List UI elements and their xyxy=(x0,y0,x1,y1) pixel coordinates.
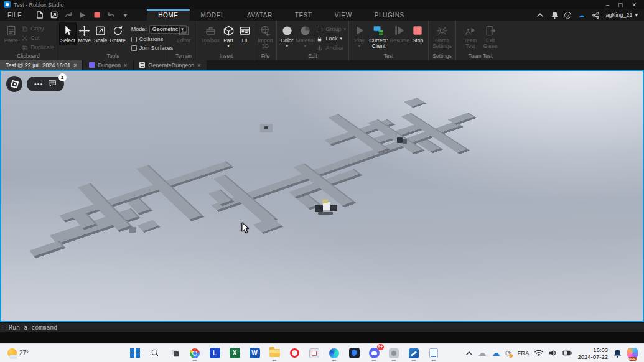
ui-button[interactable]: UI xyxy=(237,22,252,45)
maximize-button[interactable]: ▢ xyxy=(618,2,623,8)
discord-icon[interactable]: 9+ xyxy=(366,346,381,361)
language-indicator[interactable]: FRA xyxy=(517,350,529,356)
game-settings-button[interactable]: Game Settings xyxy=(431,22,453,50)
doc-tab-dungeon[interactable]: Dungeon × xyxy=(83,60,133,70)
lock-caret-icon[interactable]: ▾ xyxy=(340,37,342,40)
notifications-bell-icon[interactable] xyxy=(550,11,559,19)
lock-button[interactable]: Lock ▾ xyxy=(315,35,346,42)
file-menu[interactable]: FILE xyxy=(0,9,29,21)
collapse-ribbon-icon[interactable] xyxy=(536,11,544,19)
part-caret-icon[interactable]: ▾ xyxy=(227,44,230,48)
play-caret-icon[interactable]: ▾ xyxy=(358,44,361,48)
tab-home[interactable]: HOME xyxy=(147,9,189,21)
task-view-button[interactable] xyxy=(167,346,182,361)
save-icon[interactable] xyxy=(35,11,44,19)
terrain-editor-button[interactable]: Editor xyxy=(174,22,193,45)
publish-icon[interactable] xyxy=(50,11,58,19)
opera-icon[interactable] xyxy=(287,346,302,361)
account-menu[interactable]: agKing_21 ▾ xyxy=(605,12,638,18)
minimize-button[interactable]: – xyxy=(606,2,609,8)
tab-plugins[interactable]: PLUGINS xyxy=(363,9,416,21)
tab-avatar[interactable]: AVATAR xyxy=(236,9,284,21)
team-test-button[interactable]: Team Test xyxy=(461,22,480,50)
tab-test[interactable]: TEST xyxy=(284,9,324,21)
doc-tab-close-icon[interactable]: × xyxy=(73,62,77,68)
security-shield-app-icon[interactable] xyxy=(347,346,362,361)
help-icon[interactable]: ? xyxy=(564,12,571,19)
select-tool-button[interactable]: Select xyxy=(60,22,76,45)
notepad-icon[interactable] xyxy=(426,346,441,361)
share-icon[interactable] xyxy=(591,11,600,19)
join-surfaces-checkbox[interactable] xyxy=(131,45,137,51)
doc-tab-generatedungeon[interactable]: GenerateDungeon × xyxy=(134,60,206,70)
tray-expand-chevron-icon[interactable] xyxy=(466,351,472,355)
notification-bell-icon[interactable] xyxy=(614,349,622,358)
stop-icon[interactable] xyxy=(93,11,101,19)
doc-tab-test-session[interactable]: Test @ 22 juil. 2024 16:01 × xyxy=(0,60,82,70)
exit-game-button[interactable]: Exit Game xyxy=(481,22,500,50)
duplicate-button[interactable]: Duplicate xyxy=(21,44,54,51)
color-caret-icon[interactable]: ▾ xyxy=(286,44,288,48)
toolbox-button[interactable]: Toolbox xyxy=(201,22,220,45)
undo-icon[interactable] xyxy=(107,11,115,19)
cloud-blue-icon[interactable]: ☁ xyxy=(492,348,500,358)
cloud-sync-icon[interactable]: ☁ xyxy=(577,11,586,19)
word-icon[interactable]: W xyxy=(247,346,262,361)
scale-tool-button[interactable]: Scale xyxy=(93,22,108,45)
resume-button[interactable]: Resume xyxy=(390,22,409,45)
tab-view[interactable]: VIEW xyxy=(324,9,363,21)
group-caret-icon[interactable]: ▾ xyxy=(343,27,346,31)
snip-tool-icon[interactable] xyxy=(307,346,322,361)
doc-tab-close-icon[interactable]: × xyxy=(124,62,127,68)
roblox-studio-taskbar-icon[interactable] xyxy=(406,346,421,361)
hud-more-icon[interactable]: ••• xyxy=(34,81,44,87)
rotate-tool-button[interactable]: Rotate xyxy=(110,22,126,45)
stop-button[interactable]: Stop xyxy=(410,22,426,45)
onedrive-cloud-icon[interactable]: ☁ xyxy=(478,348,486,358)
import-3d-button[interactable]: Import 3D xyxy=(257,22,274,50)
copilot-icon[interactable]: PRE xyxy=(627,348,638,358)
paste-button[interactable]: Paste xyxy=(2,22,19,45)
sync-update-icon[interactable]: ⟳ xyxy=(505,349,511,358)
wifi-icon[interactable] xyxy=(534,350,543,356)
quick-access-dropdown-icon[interactable]: ▾ xyxy=(121,11,129,19)
search-button[interactable] xyxy=(147,346,162,361)
excel-icon[interactable]: X xyxy=(227,346,242,361)
material-caret-icon[interactable]: ▾ xyxy=(304,44,307,48)
move-tool-button[interactable]: Move xyxy=(77,22,92,45)
camera-app-icon[interactable] xyxy=(386,346,401,361)
redo-icon[interactable] xyxy=(64,11,72,19)
hud-pill[interactable]: ••• 1 xyxy=(27,77,64,91)
file-explorer-icon[interactable] xyxy=(267,346,282,361)
copy-button[interactable]: Copy xyxy=(21,25,54,32)
color-button[interactable]: Color ▾ xyxy=(279,22,294,49)
group-button[interactable]: Group ▾ xyxy=(315,26,346,33)
command-bar-grip-icon[interactable]: ⋮⋮ xyxy=(0,325,9,330)
close-button[interactable]: ✕ xyxy=(632,2,637,8)
material-button[interactable]: Material ▾ xyxy=(296,22,314,49)
edge-icon[interactable] xyxy=(327,346,342,361)
command-input[interactable]: Run a command xyxy=(9,324,57,331)
start-button[interactable] xyxy=(128,346,142,361)
3d-viewport[interactable]: ••• 1 xyxy=(0,70,644,322)
part-button[interactable]: Part ▾ xyxy=(221,22,236,49)
chrome-icon[interactable] xyxy=(187,346,202,361)
volume-icon[interactable] xyxy=(549,350,557,356)
clock[interactable]: 16:03 2024-07-22 xyxy=(577,346,608,360)
tab-model[interactable]: MODEL xyxy=(190,9,236,21)
roblox-menu-button[interactable] xyxy=(6,76,22,92)
l-app-icon[interactable]: L xyxy=(207,346,222,361)
play-icon[interactable] xyxy=(78,11,86,19)
doc-tab-close-icon[interactable]: × xyxy=(197,62,200,68)
current-client-button[interactable]: Current: Client xyxy=(368,22,389,50)
anchor-button[interactable]: Anchor xyxy=(315,44,346,52)
command-bar[interactable]: ⋮⋮ Run a command xyxy=(0,322,644,332)
weather-widget[interactable]: 27° xyxy=(0,348,128,358)
roblox-hud: ••• 1 xyxy=(6,76,64,92)
roblox-logo-icon xyxy=(10,80,18,88)
battery-icon[interactable] xyxy=(562,350,572,356)
play-button[interactable]: Play ▾ xyxy=(352,22,367,49)
collisions-checkbox[interactable] xyxy=(131,37,137,42)
chat-icon[interactable] xyxy=(49,78,57,90)
cut-button[interactable]: Cut xyxy=(21,34,54,42)
